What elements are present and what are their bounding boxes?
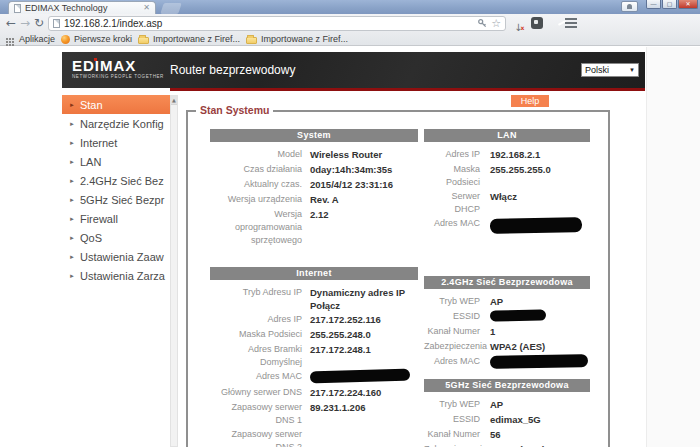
header-divider	[170, 88, 645, 91]
status-row: Adres MAC	[424, 355, 590, 371]
url-text: 192.168.2.1/index.asp	[64, 18, 474, 29]
refresh-button[interactable]: ↻	[32, 15, 46, 32]
status-row: Tryb Adresu IP Dynamiczny adres IP Połąc…	[210, 286, 418, 312]
panel-title: System	[210, 129, 418, 142]
status-row: Wersja urządzenia Rev. A	[210, 193, 418, 207]
key-icon[interactable]	[478, 19, 487, 28]
status-row: Kanał Numer 1	[424, 325, 590, 339]
sidebar-item-qos[interactable]: ► QoS	[62, 228, 170, 247]
logo-text: EDIMAX	[72, 58, 164, 73]
status-row: Kanał Numer 56	[424, 428, 590, 442]
status-row: Maska Podsieci 255.255.248.0	[210, 328, 418, 342]
internet-panel: Internet Tryb Adresu IP Dynamiczny adres…	[210, 267, 418, 447]
arrow-right-icon: ►	[69, 273, 75, 279]
arrow-right-icon: ►	[69, 159, 75, 165]
new-tab-button[interactable]	[160, 3, 182, 14]
wireless-5ghz-panel: 5GHz Sieć Bezprzewodowa Tryb WEP AP ESSI…	[424, 379, 590, 447]
evernote-extension-icon[interactable]	[531, 17, 543, 29]
arrow-right-icon: ►	[69, 216, 75, 222]
sidebar-item-firewall[interactable]: ► Firewall	[62, 209, 170, 228]
wireless-24ghz-panel: 2.4GHz Sieć Bezprzewodowa Tryb WEP AP ES…	[424, 276, 590, 371]
status-row: Tryb WEP AP	[424, 295, 590, 309]
logo-tagline: NETWORKING PEOPLE TOGETHER	[72, 74, 164, 79]
sidebar-scrollbar[interactable]: ▲	[170, 95, 178, 447]
sidebar-item-wireless-24ghz[interactable]: ► 2.4GHz Sieć Bez	[62, 171, 170, 190]
panel-title: 2.4GHz Sieć Bezprzewodowa	[424, 276, 590, 289]
arrow-right-icon: ►	[69, 178, 75, 184]
language-value: Polski	[585, 65, 609, 75]
arrow-right-icon: ►	[69, 140, 75, 146]
sidebar-item-narzedzie-konfiguracji[interactable]: ► Narzędzie Konfig	[62, 114, 170, 133]
status-fieldset: Stan Systemu System Model Wireless Route…	[186, 110, 610, 447]
redacted-value	[490, 354, 588, 369]
status-row: Zapasowy serwer DNS 1 89.231.1.206	[210, 401, 418, 427]
sidebar-item-ustawienia-zaawansowane[interactable]: ► Ustawienia Zaaw	[62, 247, 170, 266]
status-row: Adres MAC	[210, 370, 418, 385]
forward-button[interactable]: →	[18, 15, 32, 32]
download-extension-icon[interactable]: ↓	[514, 22, 522, 33]
back-button[interactable]: ←	[4, 15, 18, 32]
address-bar[interactable]: 192.168.2.1/index.asp ☆	[48, 16, 506, 31]
maximize-button[interactable]: ▢	[662, 0, 677, 9]
arrow-right-icon: ►	[69, 197, 75, 203]
status-row: Adres MAC	[424, 217, 590, 236]
status-row: Główny serwer DNS 217.172.224.160	[210, 386, 418, 400]
redacted-value	[490, 217, 582, 234]
status-row: Tryb WEP AP	[424, 398, 590, 412]
page-title: Router bezprzewodowy	[170, 63, 295, 77]
apps-grid-icon	[6, 38, 8, 40]
logo-red-dot	[94, 58, 97, 61]
fieldset-legend: Stan Systemu	[196, 104, 273, 116]
sidebar-item-lan[interactable]: ► LAN	[62, 152, 170, 171]
sidebar-item-ustawienia-zarzadzania[interactable]: ► Ustawienia Zarza	[62, 266, 170, 285]
status-row: Zabezpieczenia WPA2 (AES)	[424, 443, 590, 447]
status-row: Model Wireless Router	[210, 148, 418, 162]
status-row: Zapasowy serwer DNS 2	[210, 428, 418, 447]
arrow-right-icon: ►	[69, 102, 75, 108]
apps-shortcut[interactable]: Aplikacje	[6, 34, 55, 44]
minimize-button[interactable]: —	[646, 0, 661, 9]
panel-title: Internet	[210, 267, 418, 280]
window-titlebar: EDIMAX Technology ✕ — ▢ ✕	[0, 0, 700, 14]
tab-title: EDIMAX Technology	[25, 3, 139, 13]
router-header: EDIMAX NETWORKING PEOPLE TOGETHER Router…	[62, 52, 645, 88]
system-panel: System Model Wireless Router Czas działa…	[210, 129, 418, 247]
bookmark-star-icon[interactable]: ☆	[491, 19, 501, 29]
bookmark-folder-imported-1[interactable]: Importowane z Firef...	[138, 34, 240, 44]
lan-panel: LAN Adres IP 192.168.2.1 Maska Podsieci …	[424, 129, 590, 236]
language-select[interactable]: Polski ▼	[581, 63, 639, 77]
chevron-down-icon: ▼	[629, 67, 635, 73]
scroll-up-icon[interactable]: ▲	[171, 96, 177, 105]
panel-title: LAN	[424, 129, 590, 142]
panel-title: 5GHz Sieć Bezprzewodowa	[424, 379, 590, 392]
chrome-menu-icon[interactable]	[565, 18, 577, 28]
close-button[interactable]: ✕	[678, 0, 698, 9]
sidebar-item-wireless-5ghz[interactable]: ► 5GHz Sieć Bezpr	[62, 190, 170, 209]
bookmark-folder-imported-2[interactable]: Importowane z Firef...	[246, 34, 348, 44]
page-right-margin	[646, 47, 700, 447]
status-row: Wersja oprogramowania sprzętowego 2.12	[210, 208, 418, 247]
profile-button[interactable]	[621, 1, 638, 12]
sidebar-item-internet[interactable]: ► Internet	[62, 133, 170, 152]
url-page-icon	[53, 19, 60, 28]
help-button[interactable]: Help	[511, 95, 549, 107]
folder-icon	[246, 37, 257, 44]
browser-toolbar: ← → ↻ 192.168.2.1/index.asp ☆ ↓	[0, 14, 700, 33]
status-row: Adres IP 217.172.252.116	[210, 313, 418, 327]
status-row: ESSID edimax_5G	[424, 413, 590, 427]
arrow-right-icon: ►	[69, 235, 75, 241]
status-row: Aktualny czas. 2015/4/12 23:31:16	[210, 178, 418, 192]
browser-tab[interactable]: EDIMAX Technology ✕	[8, 1, 156, 14]
status-row: Zabezpieczenia WPA2 (AES)	[424, 340, 590, 354]
router-page: EDIMAX NETWORKING PEOPLE TOGETHER Router…	[0, 47, 700, 447]
bookmark-pierwsze-kroki[interactable]: Pierwsze kroki	[61, 34, 132, 44]
status-row: Maska Podsieci 255.255.255.0	[424, 163, 590, 189]
tab-close-icon[interactable]: ✕	[143, 4, 150, 12]
sidebar-menu: ► Stan ► Narzędzie Konfig ► Internet ► L…	[62, 95, 170, 285]
edimax-logo: EDIMAX NETWORKING PEOPLE TOGETHER	[72, 58, 164, 79]
status-row: ESSID	[424, 310, 590, 324]
sidebar-item-stan[interactable]: ► Stan	[62, 95, 170, 114]
bookmarks-bar: Aplikacje Pierwsze kroki Importowane z F…	[0, 33, 700, 46]
arrow-right-icon: ►	[69, 121, 75, 127]
arrow-right-icon: ►	[69, 254, 75, 260]
